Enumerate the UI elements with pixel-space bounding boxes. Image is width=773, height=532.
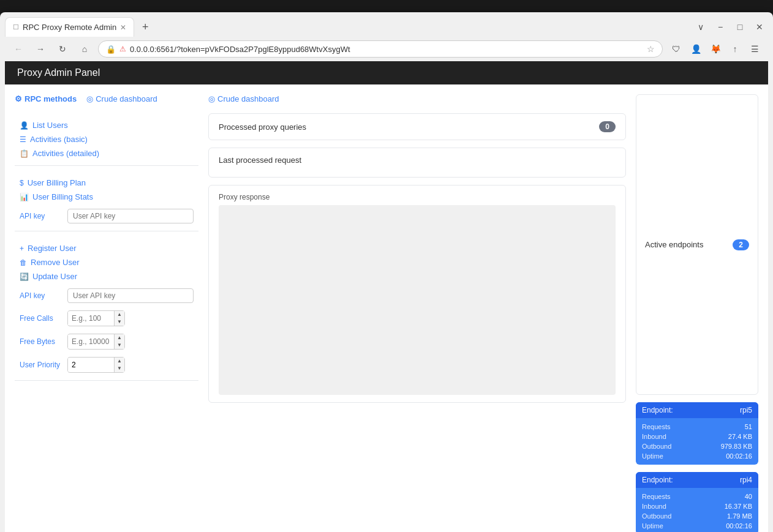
user-priority-spinner[interactable]: ▲ ▼ xyxy=(67,357,125,373)
free-bytes-increment[interactable]: ▲ xyxy=(115,334,124,342)
endpoint-row-inbound-rpi4: Inbound 16.37 KB xyxy=(642,501,752,511)
free-calls-decrement[interactable]: ▼ xyxy=(115,318,124,326)
address-bar[interactable]: 🔒 ⚠ 0.0.0.0:6561/?token=pVkFODsa2P7pglE8… xyxy=(98,40,663,58)
endpoint-body-rpi4: Requests 40 Inbound 16.37 KB Outbound 1.… xyxy=(636,488,758,532)
free-calls-increment[interactable]: ▲ xyxy=(115,311,124,318)
free-bytes-input[interactable] xyxy=(68,335,114,348)
sidebar-item-update-user[interactable]: 🔄 Update User xyxy=(15,269,198,283)
sidebar-tab-crude-dashboard[interactable]: ◎ Crude dashboard xyxy=(86,94,157,103)
free-bytes-spinner[interactable]: ▲ ▼ xyxy=(67,334,125,350)
sidebar-item-register-user[interactable]: + Register User xyxy=(15,241,198,255)
share-icon[interactable]: ↑ xyxy=(726,40,744,58)
uptime-val-rpi4: 00:02:16 xyxy=(726,522,752,530)
sidebar-item-remove-user[interactable]: 🗑 Remove User xyxy=(15,255,198,269)
tab-close-button[interactable]: ✕ xyxy=(120,23,126,32)
last-request-panel: Last processed request xyxy=(208,148,626,178)
requests-key-rpi5: Requests xyxy=(642,423,670,430)
browser-window: ☐ RPC Proxy Remote Admin ✕ + ∨ − □ ✕ ← →… xyxy=(0,12,773,532)
stats-cards: Processed proxy queries 0 xyxy=(208,113,626,140)
active-endpoints-label: Active endpoints xyxy=(645,240,703,249)
sidebar-section-billing: $ User Billing Plan 📊 User Billing Stats… xyxy=(15,171,198,231)
user-priority-input[interactable] xyxy=(68,358,114,372)
free-calls-spinner[interactable]: ▲ ▼ xyxy=(67,310,125,326)
browser-toolbar-right: 🛡 👤 🦊 ↑ ☰ xyxy=(668,40,763,58)
forward-button[interactable]: → xyxy=(32,40,49,58)
tab-favicon: ☐ xyxy=(13,23,19,31)
sidebar-activities-basic-label: Activities (basic) xyxy=(30,135,88,144)
billing-api-key-input[interactable] xyxy=(67,209,194,223)
free-bytes-decrement[interactable]: ▼ xyxy=(115,342,124,349)
sidebar-section-manage-users: + Register User 🗑 Remove User 🔄 Update U… xyxy=(15,236,198,381)
menu-button[interactable]: ☰ xyxy=(746,40,763,58)
last-request-title: Last processed request xyxy=(219,155,616,165)
update-api-key-field: API key xyxy=(15,286,198,305)
chart-icon: 📊 xyxy=(20,193,29,201)
endpoint-id-rpi4: rpi4 xyxy=(740,476,752,484)
home-button[interactable]: ⌂ xyxy=(76,40,93,58)
free-calls-input[interactable] xyxy=(68,312,114,325)
app-title: Proxy Admin Panel xyxy=(17,67,100,78)
sidebar-remove-user-label: Remove User xyxy=(31,258,79,267)
uptime-val-rpi5: 00:02:16 xyxy=(726,452,752,460)
url-display[interactable]: 0.0.0.0:6561/?token=pVkFODsa2P7pglE8yppu… xyxy=(130,45,643,54)
sidebar-tab-dashboard-label: Crude dashboard xyxy=(96,94,157,103)
requests-key-rpi4: Requests xyxy=(642,493,670,500)
bookmark-star-icon[interactable]: ☆ xyxy=(647,44,655,54)
billing-api-key-field: API key xyxy=(15,206,198,226)
endpoint-card-rpi4: Endpoint: rpi4 Requests 40 Inbound 16.37… xyxy=(636,472,758,532)
billing-api-key-label: API key xyxy=(20,212,62,220)
processed-queries-label: Processed proxy queries xyxy=(219,122,306,132)
back-button[interactable]: ← xyxy=(10,40,27,58)
requests-val-rpi5: 51 xyxy=(745,423,752,430)
proxy-response-label: Proxy response xyxy=(219,193,616,201)
close-window-button[interactable]: ✕ xyxy=(751,18,768,36)
minimize-button[interactable]: − xyxy=(712,18,729,36)
refresh-button[interactable]: ↻ xyxy=(54,40,71,58)
page-content: Proxy Admin Panel ⚙ RPC methods ◎ Crude … xyxy=(5,61,768,532)
tab-list-button[interactable]: ∨ xyxy=(692,18,709,36)
update-api-key-input[interactable] xyxy=(67,288,194,303)
sidebar-item-activities-detailed[interactable]: 📋 Activities (detailed) xyxy=(15,146,198,160)
user-priority-spinner-buttons: ▲ ▼ xyxy=(114,358,124,372)
free-bytes-label: Free Bytes xyxy=(20,337,62,346)
new-tab-button[interactable]: + xyxy=(137,18,154,36)
shield-icon[interactable]: 🛡 xyxy=(668,40,685,58)
processed-queries-card: Processed proxy queries 0 xyxy=(208,113,626,140)
user-priority-increment[interactable]: ▲ xyxy=(115,358,124,365)
plus-icon: + xyxy=(20,244,24,253)
sidebar-item-billing-plan[interactable]: $ User Billing Plan xyxy=(15,176,198,190)
sidebar-nav-tabs: ⚙ RPC methods ◎ Crude dashboard xyxy=(15,94,198,103)
endpoint-body-rpi5: Requests 51 Inbound 27.4 KB Outbound 979… xyxy=(636,418,758,465)
sidebar-tab-rpc-label: RPC methods xyxy=(25,94,77,103)
user-priority-label: User Priority xyxy=(20,361,62,369)
endpoint-row-uptime-rpi5: Uptime 00:02:16 xyxy=(642,451,752,461)
extension-fox-icon[interactable]: 🦊 xyxy=(707,40,724,58)
user-priority-decrement[interactable]: ▼ xyxy=(115,365,124,372)
sidebar-item-list-users[interactable]: 👤 List Users xyxy=(15,118,198,132)
sidebar-item-billing-stats[interactable]: 📊 User Billing Stats xyxy=(15,190,198,204)
free-bytes-spinner-buttons: ▲ ▼ xyxy=(114,334,124,349)
tab-title: RPC Proxy Remote Admin xyxy=(23,23,116,32)
sidebar-tab-rpc-methods[interactable]: ⚙ RPC methods xyxy=(15,94,77,103)
inbound-key-rpi4: Inbound xyxy=(642,503,666,510)
refresh-icon: 🔄 xyxy=(20,272,29,281)
endpoint-label-rpi5: Endpoint: xyxy=(642,406,673,414)
endpoint-row-inbound-rpi5: Inbound 27.4 KB xyxy=(642,432,752,441)
gear-icon: ⚙ xyxy=(15,94,22,103)
active-tab[interactable]: ☐ RPC Proxy Remote Admin ✕ xyxy=(5,17,134,37)
main-tab-crude-dashboard[interactable]: ◎ Crude dashboard xyxy=(208,94,279,103)
trash-icon: 🗑 xyxy=(20,258,27,267)
outbound-key-rpi4: Outbound xyxy=(642,512,671,520)
outbound-val-rpi5: 979.83 KB xyxy=(721,443,752,450)
uptime-key-rpi4: Uptime xyxy=(642,522,663,530)
account-icon[interactable]: 👤 xyxy=(687,40,704,58)
endpoint-card-rpi5: Endpoint: rpi5 Requests 51 Inbound 27.4 … xyxy=(636,402,758,465)
endpoints-sidebar: Active endpoints 2 Endpoint: rpi5 Reques… xyxy=(636,94,758,532)
free-bytes-field: Free Bytes ▲ ▼ xyxy=(15,331,198,352)
endpoint-row-outbound-rpi4: Outbound 1.79 MB xyxy=(642,511,752,521)
endpoint-id-rpi5: rpi5 xyxy=(740,406,752,414)
maximize-button[interactable]: □ xyxy=(731,18,748,36)
sidebar-item-activities-basic[interactable]: ☰ Activities (basic) xyxy=(15,132,198,146)
endpoint-row-requests-rpi4: Requests 40 xyxy=(642,492,752,501)
requests-val-rpi4: 40 xyxy=(745,493,752,500)
